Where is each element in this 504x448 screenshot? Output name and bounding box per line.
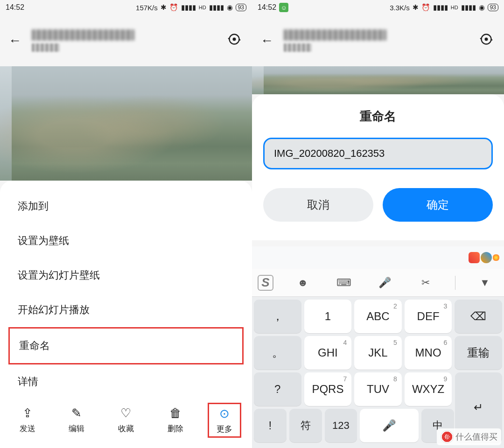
key-jkl[interactable]: 5JKL: [354, 336, 402, 370]
mic-icon: 🎤: [382, 419, 396, 432]
toolbar-delete[interactable]: 🗑 删除: [159, 406, 192, 434]
alarm-icon: ⏰: [421, 3, 430, 12]
keyboard-switch-icon[interactable]: ⌨: [332, 277, 356, 289]
watermark: 值 什么值得买: [437, 428, 501, 445]
expand-icon[interactable]: ▼: [473, 277, 497, 289]
sogou-logo-icon[interactable]: S: [258, 275, 273, 291]
status-time: 14:52: [258, 3, 276, 12]
key-tuv[interactable]: 8TUV: [354, 372, 402, 406]
battery-icon: 93: [236, 4, 246, 11]
toolbar-edit-label: 编辑: [69, 423, 84, 434]
photo-preview[interactable]: [252, 66, 504, 94]
key-backspace[interactable]: ⌫: [455, 300, 502, 333]
clipboard-icon[interactable]: ✂: [414, 277, 437, 289]
toolbar-send-label: 发送: [20, 423, 35, 434]
key-def[interactable]: 3DEF: [405, 300, 452, 333]
toolbar-edit[interactable]: ✎ 编辑: [60, 406, 93, 434]
more-menu-sheet: 添加到 设置为壁纸 设置为幻灯片壁纸 开始幻灯片播放 重命名 详情 ⇪ 发送 ✎…: [0, 181, 252, 448]
key-period[interactable]: 。: [254, 336, 301, 370]
toolbar-more-label: 更多: [217, 424, 232, 434]
menu-start-slideshow[interactable]: 开始幻灯片播放: [0, 293, 252, 327]
menu-details[interactable]: 详情: [0, 364, 252, 399]
phone-right: 14:52 ☺ 3.3K/s ✱ ⏰ ▮▮▮▮ HD ▮▮▮▮ ◉ 93 ←: [252, 0, 504, 448]
status-speed: 3.3K/s: [390, 4, 410, 12]
toolbar-delete-label: 删除: [168, 423, 183, 434]
signal2-icon: ▮▮▮▮: [461, 3, 476, 12]
keyboard-keys: ， 1 2ABC 3DEF ⌫ 。 4GHI 5JKL 6MNO 重输 ? 7P…: [252, 297, 504, 448]
keyboard: S ☻ ⌨ 🎤 ✂ ▼ ， 1 2ABC 3DEF ⌫ 。 4GHI: [252, 246, 504, 448]
menu-add-to[interactable]: 添加到: [0, 189, 252, 224]
status-bar: 14:52 ☺ 3.3K/s ✱ ⏰ ▮▮▮▮ HD ▮▮▮▮ ◉ 93: [252, 0, 504, 15]
photo-preview[interactable]: [0, 66, 252, 181]
back-button[interactable]: ←: [8, 33, 27, 48]
menu-rename[interactable]: 重命名: [8, 327, 244, 364]
signal-icon: ▮▮▮▮: [181, 3, 196, 12]
svg-point-3: [485, 38, 488, 41]
key-123[interactable]: 123: [325, 409, 357, 442]
key-question[interactable]: ?: [254, 372, 301, 406]
rename-dialog: 重命名 取消 确定: [252, 94, 504, 240]
key-comma[interactable]: ，: [254, 300, 301, 333]
bluetooth-icon: ✱: [161, 3, 167, 12]
toolbar-more[interactable]: ⊙ 更多: [208, 403, 241, 438]
edit-icon: ✎: [71, 406, 82, 420]
hd-icon: HD: [451, 5, 458, 10]
phone-left: 14:52 157K/s ✱ ⏰ ▮▮▮▮ HD ▮▮▮▮ ◉ 93 ←: [0, 0, 252, 448]
notification-badge-icon: ☺: [279, 3, 288, 12]
toolbar-favorite[interactable]: ♡ 收藏: [109, 406, 143, 434]
title-blurred: [32, 29, 134, 41]
emoji-button[interactable]: ☻: [291, 277, 315, 289]
header-titles: [279, 29, 477, 52]
heart-icon: ♡: [120, 406, 131, 420]
key-symbol[interactable]: 符: [289, 409, 322, 442]
more-icon: ⊙: [219, 407, 230, 421]
menu-set-wallpaper[interactable]: 设置为壁纸: [0, 224, 252, 258]
bottom-toolbar: ⇪ 发送 ✎ 编辑 ♡ 收藏 🗑 删除 ⊙ 更多: [0, 399, 252, 446]
emoji-icon[interactable]: [469, 252, 480, 263]
signal-icon: ▮▮▮▮: [433, 3, 448, 12]
watermark-badge-icon: 值: [441, 430, 454, 443]
voice-input-icon[interactable]: 🎤: [373, 277, 396, 289]
svg-point-1: [233, 38, 236, 41]
share-icon: ⇪: [22, 406, 33, 420]
key-abc[interactable]: 2ABC: [354, 300, 402, 333]
key-wxyz[interactable]: 9WXYZ: [405, 372, 452, 406]
keyboard-toolbar: S ☻ ⌨ 🎤 ✂ ▼: [252, 269, 504, 297]
emoji-icon[interactable]: [493, 254, 499, 261]
key-ghi[interactable]: 4GHI: [304, 336, 352, 370]
key-space[interactable]: 🎤: [360, 409, 419, 442]
cancel-button[interactable]: 取消: [263, 188, 373, 222]
title-blurred: [284, 29, 386, 41]
key-mno[interactable]: 6MNO: [405, 336, 452, 370]
dialog-title: 重命名: [263, 108, 493, 125]
keyboard-suggestion-bar: [252, 246, 504, 269]
back-button[interactable]: ←: [260, 33, 279, 48]
header-titles: [27, 29, 225, 52]
key-pqrs[interactable]: 7PQRS: [304, 372, 352, 406]
key-1[interactable]: 1: [304, 300, 352, 333]
signal2-icon: ▮▮▮▮: [209, 3, 224, 12]
wifi-icon: ◉: [227, 3, 233, 12]
cloud-sync-icon[interactable]: [477, 33, 496, 49]
wifi-icon: ◉: [479, 3, 485, 12]
key-retype[interactable]: 重输: [455, 336, 502, 370]
status-time: 14:52: [6, 3, 24, 12]
bluetooth-icon: ✱: [413, 3, 419, 12]
subtitle-blurred: [284, 43, 312, 52]
app-header: ←: [0, 15, 252, 66]
cloud-sync-icon[interactable]: [225, 33, 244, 49]
app-header: ←: [252, 15, 504, 66]
battery-icon: 93: [488, 4, 498, 11]
status-bar: 14:52 157K/s ✱ ⏰ ▮▮▮▮ HD ▮▮▮▮ ◉ 93: [0, 0, 252, 15]
status-speed: 157K/s: [136, 4, 158, 12]
watermark-text: 什么值得买: [455, 431, 497, 442]
toolbar-send[interactable]: ⇪ 发送: [11, 406, 44, 434]
key-exclaim[interactable]: !: [254, 409, 287, 442]
hd-icon: HD: [199, 5, 206, 10]
trash-icon: 🗑: [169, 406, 182, 420]
menu-set-slideshow-wallpaper[interactable]: 设置为幻灯片壁纸: [0, 258, 252, 293]
toolbar-favorite-label: 收藏: [118, 423, 134, 434]
emoji-icon[interactable]: [481, 252, 492, 263]
confirm-button[interactable]: 确定: [383, 188, 493, 222]
rename-input[interactable]: [263, 138, 493, 169]
